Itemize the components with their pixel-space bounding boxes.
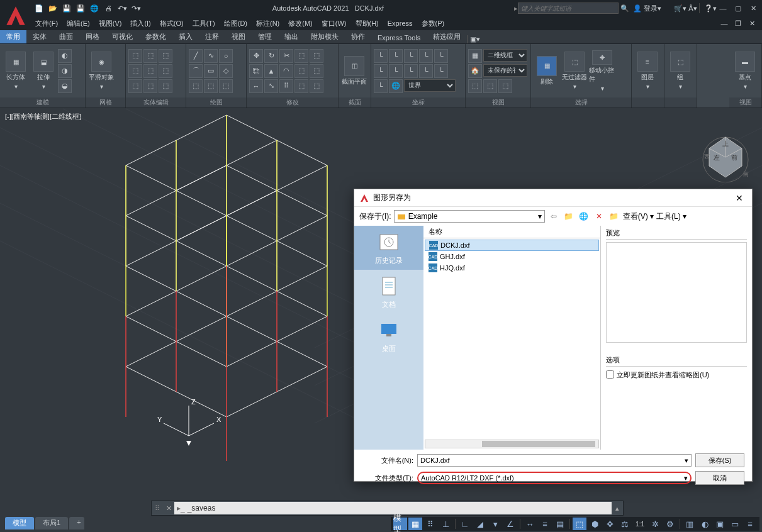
- tool-icon[interactable]: ⬚: [128, 79, 142, 93]
- menu-view[interactable]: 视图(V): [95, 18, 126, 30]
- panel-title[interactable]: 选择: [531, 97, 631, 108]
- visual-style-select[interactable]: 二维线框: [483, 49, 527, 62]
- tool-icon[interactable]: ⬚: [189, 79, 203, 93]
- column-name[interactable]: 名称: [423, 226, 600, 238]
- drag-handle-icon[interactable]: ⠿: [152, 504, 163, 513]
- track-icon[interactable]: ∠: [503, 518, 517, 530]
- file-row[interactable]: CADGHJ.dxf: [425, 251, 599, 262]
- tran-icon[interactable]: ▤: [553, 518, 567, 530]
- scrollbar-thumb[interactable]: [482, 441, 595, 447]
- panel-title[interactable]: 网格: [86, 97, 125, 108]
- chevron-down-icon[interactable]: ▾: [685, 457, 688, 465]
- tool-icon[interactable]: ⬚: [204, 79, 218, 93]
- clean-icon[interactable]: ▭: [728, 518, 742, 530]
- menu-params[interactable]: 参数(P): [418, 18, 449, 30]
- saveas-icon[interactable]: 💾: [74, 2, 87, 14]
- array-icon[interactable]: ⠿: [279, 79, 293, 93]
- move-icon[interactable]: ✥: [249, 49, 263, 63]
- iso-icon[interactable]: ◢: [473, 518, 487, 530]
- base-button[interactable]: ▬基点▾: [732, 50, 758, 92]
- tool-icon[interactable]: ⬚: [468, 79, 482, 93]
- tools-menu[interactable]: 工具(L) ▾: [656, 211, 686, 222]
- menu-draw[interactable]: 绘图(D): [220, 18, 251, 30]
- ucs-icon[interactable]: └: [374, 64, 388, 78]
- 3d-icon[interactable]: ⬢: [588, 518, 602, 530]
- tab-add-button[interactable]: +: [69, 517, 84, 529]
- save-icon[interactable]: 💾: [60, 2, 73, 14]
- help-icon[interactable]: ❔▾: [704, 2, 717, 14]
- plot-icon[interactable]: 🖨: [102, 2, 115, 14]
- saved-view-select[interactable]: 未保存的视图: [483, 64, 527, 77]
- ribbon-tab-mesh[interactable]: 网格: [79, 30, 106, 43]
- polar-icon[interactable]: ∟: [458, 518, 472, 530]
- ucs-icon[interactable]: └: [389, 64, 403, 78]
- panel-title[interactable]: 修改: [247, 97, 338, 108]
- up-folder-icon[interactable]: 📁: [563, 210, 575, 223]
- copy-icon[interactable]: ⿻: [249, 64, 263, 78]
- filename-input[interactable]: DCKJ.dxf▾: [417, 454, 692, 467]
- ortho-icon[interactable]: ⊥: [439, 518, 452, 530]
- ribbon-tab-annotate[interactable]: 注释: [199, 30, 225, 43]
- maximize-button[interactable]: ▢: [732, 2, 744, 14]
- tool-icon[interactable]: ⬚: [159, 79, 172, 93]
- ucs-icon[interactable]: └: [434, 64, 448, 78]
- sidebar-desktop[interactable]: 桌面: [354, 314, 423, 358]
- menu-window[interactable]: 窗口(W): [318, 18, 350, 30]
- extrude-button[interactable]: ⬓拉伸▾: [30, 50, 57, 92]
- ribbon-tab-solid[interactable]: 实体: [26, 30, 53, 43]
- vs-icon[interactable]: ▦: [468, 49, 482, 63]
- tool-icon[interactable]: ⬚: [483, 79, 497, 93]
- filetype-select[interactable]: AutoCAD R12/LT2 DXF (*.dxf)▾: [417, 472, 692, 484]
- arc-icon[interactable]: ⌒: [189, 64, 203, 78]
- tool-icon[interactable]: ⬚: [143, 49, 157, 63]
- gear-icon[interactable]: ⚙: [663, 518, 677, 530]
- ucs-icon[interactable]: └: [404, 49, 418, 63]
- ws-icon[interactable]: ▥: [683, 518, 697, 530]
- file-row[interactable]: CADDCKJ.dxf: [425, 240, 599, 251]
- smooth-button[interactable]: ◉平滑对象▾: [88, 50, 115, 92]
- world-select[interactable]: 世界: [404, 79, 456, 92]
- tool-icon[interactable]: ⬚: [310, 64, 323, 78]
- close-button[interactable]: ✕: [747, 2, 759, 14]
- view-menu[interactable]: 查看(V) ▾: [623, 211, 654, 222]
- menu-help[interactable]: 帮助(H): [352, 18, 383, 30]
- update-thumbnail-checkbox[interactable]: 立即更新图纸并查看缩略图(U): [606, 370, 747, 380]
- tool-icon[interactable]: ⬚: [143, 64, 157, 78]
- ribbon-tab-view[interactable]: 视图: [225, 30, 252, 43]
- menu-insert[interactable]: 插入(I): [126, 18, 154, 30]
- panel-title[interactable]: 绘图: [186, 97, 246, 108]
- minimize-button[interactable]: —: [717, 2, 729, 14]
- tool-icon[interactable]: ⬚: [310, 49, 323, 63]
- cancel-button[interactable]: 取消: [695, 471, 744, 485]
- search-icon[interactable]: 🔍: [619, 2, 631, 14]
- app-logo[interactable]: [3, 3, 29, 29]
- menu-express[interactable]: Express: [384, 18, 417, 28]
- ribbon-tab-featured[interactable]: 精选应用: [427, 30, 467, 43]
- save-in-combo[interactable]: Example ▾: [394, 210, 545, 223]
- ribbon-collapse-icon[interactable]: ▣▾: [467, 35, 483, 43]
- ribbon-tab-surface[interactable]: 曲面: [53, 30, 79, 43]
- cart-icon[interactable]: 🛒▾: [674, 2, 686, 14]
- search-input[interactable]: [518, 3, 619, 14]
- tool-icon[interactable]: ⬚: [294, 64, 308, 78]
- ucs-icon[interactable]: └: [434, 49, 448, 63]
- dialog-title-bar[interactable]: 图形另存为 ✕: [354, 189, 752, 207]
- polyline-icon[interactable]: ∿: [204, 49, 218, 63]
- open-icon[interactable]: 📂: [47, 2, 59, 14]
- scale-icon[interactable]: ⤡: [264, 79, 278, 93]
- gizmo-icon[interactable]: ✥: [603, 518, 617, 530]
- circle-icon[interactable]: ○: [219, 49, 233, 63]
- tool-icon[interactable]: ◒: [58, 79, 72, 93]
- login-caret-icon[interactable]: ▾: [658, 4, 661, 13]
- horizontal-scrollbar[interactable]: [425, 440, 599, 448]
- tool-icon[interactable]: ⬚: [294, 79, 308, 93]
- gizmo-button[interactable]: ✥移动小控件▾: [589, 50, 615, 92]
- stretch-icon[interactable]: ↔: [249, 79, 263, 93]
- box-button[interactable]: ▦长方体▾: [3, 50, 29, 92]
- close-icon[interactable]: ✕: [163, 504, 174, 513]
- tab-layout1[interactable]: 布局1: [35, 517, 68, 529]
- ribbon-tab-visualize[interactable]: 可视化: [106, 30, 139, 43]
- tool-icon[interactable]: ⬚: [294, 49, 308, 63]
- group-button[interactable]: ⬚组▾: [667, 50, 693, 92]
- tool-icon[interactable]: ⬚: [128, 49, 142, 63]
